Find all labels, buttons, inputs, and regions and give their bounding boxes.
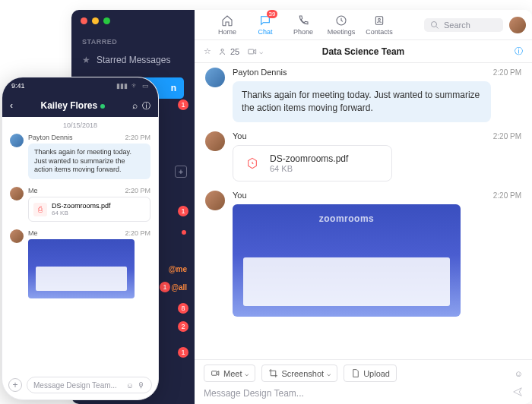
sender-name: Payton Dennis	[233, 68, 287, 77]
avatar	[10, 187, 24, 200]
unread-badge: 1	[160, 282, 170, 292]
image-attachment[interactable]	[28, 239, 135, 298]
unread-badge: 1	[178, 347, 188, 358]
message: You 2:20 PM zoomrooms	[205, 191, 521, 317]
filter-at-me[interactable]: @me	[169, 265, 187, 273]
image-brand-text: zoomrooms	[233, 213, 461, 224]
emoji-icon[interactable]: ☺	[515, 369, 523, 378]
status-icons: ▮▮▮ ᯤ ▭	[116, 82, 149, 90]
info-icon[interactable]: ⓘ	[142, 100, 150, 112]
message: Me2:20 PM ⎙ DS-zoomrooms.pdf64 KB	[10, 187, 150, 222]
unread-badge: 1	[178, 206, 188, 216]
home-icon	[221, 14, 233, 27]
nav-contacts[interactable]: Contacts	[360, 14, 398, 36]
chevron-down-icon: ⌵	[327, 370, 331, 377]
avatar[interactable]	[509, 17, 526, 33]
message-bubble: Thanks again for meeting today. Just wan…	[28, 144, 150, 179]
search-input[interactable]: Search	[424, 18, 503, 32]
avatar	[205, 191, 225, 210]
avatar	[205, 68, 225, 87]
nav-label: Chat	[258, 28, 272, 36]
add-icon[interactable]: +	[175, 166, 187, 178]
nav-label: Home	[218, 28, 236, 36]
message-time: 2:20 PM	[125, 187, 150, 194]
member-count[interactable]: 25	[219, 47, 239, 56]
send-icon[interactable]	[512, 387, 523, 399]
top-nav: Home 39 Chat Phone Meetings Contac	[195, 10, 532, 40]
sidebar-item-label: Starred Messages	[97, 55, 170, 65]
message: You 2:20 PM DS-zoomrooms.pdf 64 KB	[205, 131, 521, 181]
chat-body: Payton Dennis 2:20 PM Thanks again for m…	[195, 63, 532, 359]
nav-meetings[interactable]: Meetings	[322, 14, 360, 36]
avatar	[10, 229, 24, 243]
search-icon[interactable]: ⌕	[132, 100, 138, 111]
phone-compose: + Message Design Team... ☺ 🎙	[8, 377, 152, 393]
chevron-down-icon: ⌵	[245, 370, 249, 377]
avatar	[10, 134, 24, 147]
message-time: 2:20 PM	[493, 68, 521, 77]
maximize-icon[interactable]	[103, 17, 110, 24]
phone-header: ‹ Kailey Flores ⌕ ⓘ	[2, 94, 158, 117]
status-bar: 9:41 ▮▮▮ ᯤ ▭	[2, 77, 158, 94]
video-icon	[211, 368, 220, 378]
search-placeholder: Search	[444, 21, 470, 30]
message: Me2:20 PM	[10, 229, 150, 298]
unread-badge: 2	[178, 321, 188, 332]
mic-icon[interactable]: 🎙	[138, 381, 145, 390]
emoji-icon[interactable]: ☺	[126, 381, 134, 390]
file-name: DS-zoomrooms.pdf	[270, 153, 348, 164]
compose-placeholder: Message Design Team...	[33, 381, 117, 390]
nav-label: Meetings	[328, 28, 356, 36]
nav-phone[interactable]: Phone	[284, 14, 322, 36]
battery-icon: ▭	[142, 82, 149, 90]
signal-icon: ▮▮▮	[116, 82, 128, 90]
clock-icon	[335, 14, 347, 27]
message-time: 2:20 PM	[493, 132, 521, 140]
channel-header: ☆ 25 ⌵ Data Science Team ⓘ	[195, 40, 532, 63]
chat-footer: Meet ⌵ Screenshot ⌵ Upload ☺ Mess	[195, 359, 532, 404]
upload-button[interactable]: Upload	[344, 365, 397, 382]
unread-badge: 1	[178, 99, 188, 110]
presence-dot	[100, 104, 105, 109]
compose-input[interactable]: Message Design Team...	[204, 387, 523, 399]
svg-point-2	[378, 18, 381, 21]
file-attachment[interactable]: DS-zoomrooms.pdf 64 KB	[233, 145, 392, 181]
file-icon	[350, 368, 360, 378]
unread-dot	[182, 230, 186, 235]
message-time: 2:20 PM	[125, 134, 150, 141]
avatar	[205, 131, 225, 151]
file-size: 64 KB	[270, 164, 348, 173]
svg-rect-5	[249, 49, 254, 54]
nav-chat[interactable]: 39 Chat	[246, 14, 284, 36]
screenshot-button[interactable]: Screenshot ⌵	[261, 365, 337, 382]
date-divider: 10/15/2018	[2, 117, 158, 134]
compose-input[interactable]: Message Design Team... ☺ 🎙	[27, 377, 152, 393]
compose-placeholder: Message Design Team...	[204, 388, 304, 399]
file-size: 64 KB	[52, 210, 111, 216]
unread-badge: 8	[178, 303, 188, 314]
crop-icon	[268, 368, 278, 378]
star-icon[interactable]: ☆	[204, 46, 211, 56]
back-icon[interactable]: ‹	[10, 100, 13, 111]
filter-at-all[interactable]: @all	[171, 283, 187, 292]
phone-title: Kailey Flores	[17, 100, 128, 111]
file-attachment[interactable]: ⎙ DS-zoomrooms.pdf64 KB	[28, 197, 150, 222]
add-icon[interactable]: +	[8, 378, 22, 392]
message-time: 2:20 PM	[493, 191, 521, 200]
minimize-icon[interactable]	[92, 17, 99, 24]
window-controls[interactable]	[71, 10, 195, 32]
info-icon[interactable]: ⓘ	[515, 46, 523, 57]
wifi-icon: ᯤ	[131, 82, 138, 90]
chat-badge: 39	[267, 10, 278, 18]
status-time: 9:41	[11, 82, 25, 90]
close-icon[interactable]	[81, 17, 87, 24]
sender-name: Payton Dennis	[28, 134, 73, 141]
phone-icon	[297, 14, 309, 27]
nav-home[interactable]: Home	[208, 14, 246, 36]
sidebar-item-starred-messages[interactable]: ★ Starred Messages	[71, 50, 195, 70]
meet-button[interactable]: Meet ⌵	[204, 365, 255, 382]
nav-label: Contacts	[366, 28, 393, 36]
image-attachment[interactable]: zoomrooms	[233, 204, 461, 317]
sender-name: Me	[28, 187, 38, 194]
video-icon[interactable]: ⌵	[247, 46, 263, 57]
